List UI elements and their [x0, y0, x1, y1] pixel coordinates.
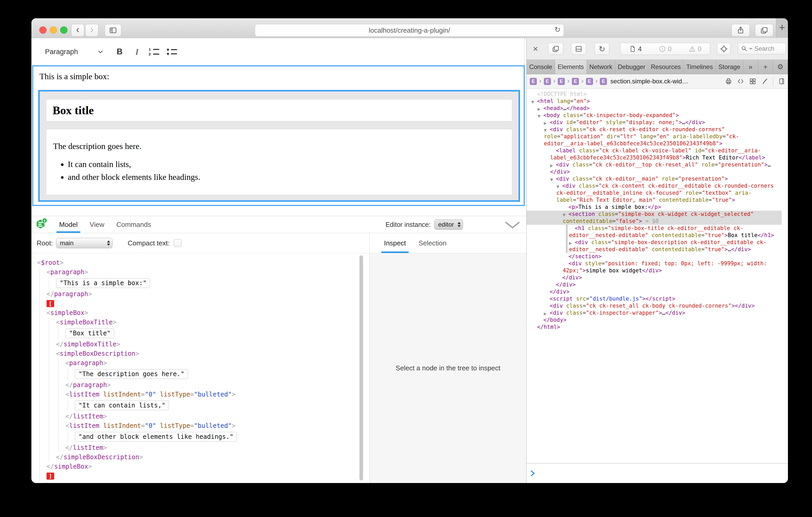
brush-icon[interactable] [761, 78, 768, 85]
close-devtools-button[interactable]: × [533, 44, 538, 54]
dom-tree-row[interactable]: <!DOCTYPE html> [527, 91, 782, 98]
devtools-tab-storage[interactable]: Storage [716, 60, 743, 74]
model-tree-row[interactable]: "and other block elements like headings.… [37, 430, 369, 443]
model-tree-row[interactable]: <simpleBox> [37, 308, 369, 317]
breadcrumb-selector[interactable]: section.simple-box.ck-wid… [610, 78, 688, 85]
new-tab-button[interactable]: + [776, 18, 788, 38]
breadcrumb-element-badge[interactable]: E [544, 78, 551, 85]
dom-tree-row[interactable]: ▶<div class="simple-box-description ck-e… [527, 239, 782, 253]
bulleted-list-button[interactable] [167, 49, 177, 55]
disclosure-arrow-icon[interactable]: ▼ [531, 98, 537, 105]
tab-view[interactable]: View [90, 216, 105, 233]
quick-console[interactable] [527, 463, 788, 483]
dom-tree-row[interactable]: <p>This is a simple box:</p> [527, 204, 782, 211]
pane-tab-inspect[interactable]: Inspect [384, 233, 406, 253]
paragraph-dropdown[interactable]: Paragraph [45, 48, 78, 56]
minimize-button[interactable] [50, 26, 57, 34]
model-tree-scrollbar[interactable] [359, 255, 363, 480]
print-icon[interactable] [725, 78, 732, 85]
breadcrumb-element-badge[interactable]: E [600, 78, 607, 85]
add-tab-icon[interactable]: + [758, 60, 773, 74]
model-tree-row[interactable]: </listItem> [37, 412, 369, 421]
list-item[interactable]: and other block elements like headings. [68, 172, 504, 182]
model-tree-row[interactable]: ] [37, 471, 369, 481]
compact-text-checkbox[interactable] [174, 239, 181, 247]
model-tree-row[interactable]: <listItem listIndent="0" listType="bulle… [37, 421, 369, 430]
model-tree-row[interactable]: "This is a simple box:" [37, 277, 369, 290]
devtools-search[interactable] [738, 43, 786, 54]
devtools-tab-console[interactable]: Console [527, 60, 555, 74]
description-list[interactable]: It can contain lists,and other block ele… [53, 159, 504, 182]
model-tree-row[interactable]: <paragraph> [37, 358, 369, 368]
dom-tree-row[interactable]: ▶<div id="editor" style="display: none;"… [527, 119, 782, 126]
dom-tree-row[interactable]: <h1 class="simple-box-title ck-editor__e… [527, 225, 782, 239]
model-tree-row[interactable]: <$root> [37, 258, 369, 267]
root-select[interactable]: main [56, 238, 113, 248]
bold-button[interactable]: B [117, 47, 122, 57]
zoom-button[interactable] [60, 26, 67, 34]
model-tree-row[interactable]: <listItem listIndent="0" listType="bulle… [37, 390, 369, 399]
dom-tree-row[interactable]: </body> [527, 316, 782, 324]
search-input[interactable] [754, 45, 784, 53]
dom-tree-row[interactable]: ▶<head>…</head> [527, 105, 782, 112]
overflow-icon[interactable]: » [743, 60, 758, 74]
disclosure-arrow-icon[interactable]: ▼ [544, 127, 550, 134]
dom-tree-row[interactable]: </div> [527, 274, 782, 281]
model-tree-row[interactable]: </simpleBoxTitle> [37, 339, 369, 349]
model-tree-row[interactable]: </listItem> [37, 443, 369, 452]
share-button[interactable] [731, 24, 750, 37]
intro-paragraph[interactable]: This is a simple box: [39, 71, 109, 81]
back-button[interactable]: ‹ [71, 24, 84, 37]
simple-box-title[interactable]: Box title [46, 99, 512, 121]
devtools-tab-network[interactable]: Network [587, 60, 615, 74]
devtools-tab-resources[interactable]: Resources [648, 60, 684, 74]
editor-instance-select[interactable]: editor [434, 219, 463, 230]
grid-icon[interactable] [749, 78, 756, 85]
disclosure-arrow-icon[interactable]: ▼ [550, 176, 556, 183]
model-tree-row[interactable]: </paragraph> [37, 380, 369, 390]
address-bar[interactable]: localhost/creating-a-plugin/ ↻ [255, 24, 564, 37]
chevron-down-icon[interactable] [98, 50, 103, 54]
tab-commands[interactable]: Commands [116, 216, 151, 233]
simple-box-description[interactable]: The description goes here. It can contai… [46, 129, 512, 195]
devtools-reload-button[interactable]: ↻ [594, 43, 609, 55]
dock-bottom-button[interactable] [571, 43, 586, 55]
reload-button[interactable]: ↻ [555, 25, 560, 34]
gear-icon[interactable]: ⚙ [773, 60, 788, 74]
dom-tree-row[interactable]: ▼<div class="ck ck-editor__main" role="p… [527, 175, 782, 182]
dom-tree-row[interactable]: ▼<section class="simple-box ck-widget ck… [527, 211, 782, 225]
disclosure-arrow-icon[interactable]: ▶ [544, 310, 550, 317]
dom-tree-row[interactable]: <div class="ck ck-reset_all ck-body ck-r… [527, 302, 782, 309]
sidebar-toggle-button[interactable] [105, 24, 121, 37]
close-button[interactable] [39, 26, 47, 34]
dom-tree-row[interactable]: </section> [527, 253, 782, 260]
disclosure-arrow-icon[interactable]: ▼ [556, 183, 562, 190]
disclosure-arrow-icon[interactable]: ▼ [563, 211, 569, 218]
editable-area[interactable]: This is a simple box: Box title The desc… [32, 65, 525, 206]
list-item[interactable]: It can contain lists, [68, 159, 504, 169]
dom-tree-row[interactable]: </div> [527, 281, 782, 288]
breadcrumb-element-badge[interactable]: E [558, 78, 565, 85]
dom-tree-row[interactable]: ▶<div class="ck ck-editor__top ck-reset_… [527, 161, 782, 175]
model-tree-row[interactable]: </paragraph> [37, 290, 369, 299]
model-tree-row[interactable]: </$root> [37, 481, 369, 483]
breadcrumb-element-badge[interactable]: E [572, 78, 579, 85]
dom-tree-row[interactable]: ▶<div class="ck-inspector-wrapper">…</di… [527, 309, 782, 316]
devtools-tab-timelines[interactable]: Timelines [684, 60, 716, 74]
numbered-list-button[interactable]: 1 2 [149, 48, 159, 55]
devtools-tab-debugger[interactable]: Debugger [615, 60, 648, 74]
description-paragraph[interactable]: The description goes here. [53, 142, 504, 151]
model-tree-row[interactable]: [ [37, 299, 369, 308]
dom-tree-row[interactable]: </html> [527, 324, 782, 331]
model-tree-row[interactable]: "Box title" [37, 327, 369, 339]
dom-tree-row[interactable]: ▼<html lang="en"> [527, 98, 782, 105]
dom-tree-row[interactable]: ▼<div class="ck ck-reset ck-editor ck-ro… [527, 126, 782, 147]
disclosure-arrow-icon[interactable]: ▼ [538, 113, 543, 120]
dom-tree-row[interactable]: </div> [527, 288, 782, 295]
tab-model[interactable]: Model [59, 216, 78, 233]
disclosure-arrow-icon[interactable]: ▶ [538, 105, 543, 113]
devtools-tab-elements[interactable]: Elements [555, 60, 587, 74]
model-tree-row[interactable]: "The description goes here." [37, 368, 369, 380]
model-tree-row[interactable]: </simpleBox> [37, 462, 369, 471]
model-tree-row[interactable]: </simpleBoxDescription> [37, 452, 369, 462]
